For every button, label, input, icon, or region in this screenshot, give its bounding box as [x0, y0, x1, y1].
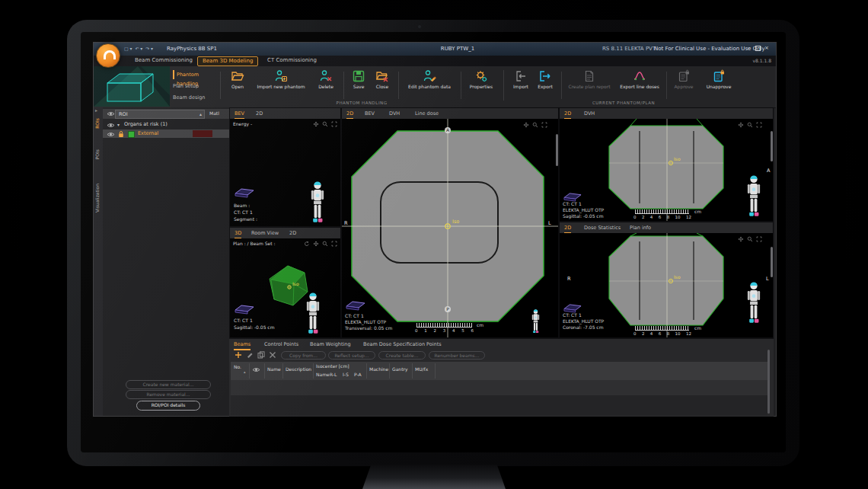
delete-phantom-button[interactable]: Delete	[313, 69, 339, 89]
slice-slider[interactable]	[771, 131, 773, 161]
open-button[interactable]: Open	[225, 69, 251, 89]
zoom-icon[interactable]	[322, 241, 328, 247]
tab-beam-commissioning[interactable]: Beam Commissioning	[130, 56, 197, 65]
chevron-down-icon[interactable]: ▾	[117, 120, 120, 129]
import-button[interactable]: Import	[509, 69, 532, 89]
reset-view-icon[interactable]	[304, 241, 310, 247]
create-new-material-button[interactable]: Create new material...	[126, 380, 211, 389]
fullscreen-icon[interactable]	[331, 241, 337, 247]
roi-group-row[interactable]: ▾ Organs at risk (1)	[103, 120, 229, 129]
close-button[interactable]: ×	[762, 45, 771, 51]
slice-slider[interactable]	[771, 247, 773, 277]
close-button-ribbon[interactable]: Close	[371, 69, 394, 89]
mode-beam-design[interactable]: Beam design	[173, 93, 215, 102]
tab-beams[interactable]: Beams	[234, 340, 251, 350]
tab-beam-3d-modeling[interactable]: Beam 3D Modeling	[197, 56, 258, 66]
col-iso-name[interactable]: Name	[316, 372, 330, 377]
viewport-bev[interactable]: BEV 2D Energy - Beam : CT: CT 1 Segment …	[229, 107, 341, 227]
eye-icon[interactable]	[107, 110, 115, 117]
col-isocenter[interactable]: Isocenter [cm]	[316, 363, 349, 369]
col-name[interactable]: Name	[267, 366, 281, 372]
pan-icon[interactable]	[523, 122, 529, 128]
col-iso-rl[interactable]: R-L	[330, 372, 337, 377]
sidebar-tab-visualization[interactable]: Visualization	[94, 184, 100, 213]
col-mufx[interactable]: MU/fx	[415, 366, 428, 372]
beams-scrollbar[interactable]	[767, 350, 770, 414]
slice-slider[interactable]	[556, 134, 558, 166]
tab-control-points[interactable]: Control Points	[264, 340, 298, 349]
tab-bev[interactable]: BEV	[235, 109, 244, 120]
transversal-content[interactable]: Iso A P R L CT: CT 1 ELEKTA_HLUT OTP Tra…	[342, 119, 558, 337]
pan-icon[interactable]	[313, 121, 319, 127]
remove-material-button[interactable]: Remove material...	[126, 390, 211, 399]
tab-bev[interactable]: BEV	[365, 109, 375, 118]
fullscreen-icon[interactable]	[331, 121, 337, 127]
fullscreen-icon[interactable]	[541, 122, 547, 128]
roi-poi-details-button[interactable]: ROI/POI details	[136, 401, 200, 411]
viewport-3d[interactable]: 3D Room View 2D Plan : / Beam Set :	[229, 227, 341, 338]
mode-plan-setup[interactable]: Plan setup	[173, 82, 215, 91]
add-beam-icon[interactable]	[235, 351, 242, 359]
edit-phantom-data-button[interactable]: Edit phantom data	[403, 69, 456, 89]
create-plan-report-button[interactable]: Create plan report	[566, 69, 613, 89]
col-iso-pa[interactable]: P-A	[354, 372, 362, 377]
import-new-phantom-button[interactable]: Import new phantom	[254, 69, 308, 89]
tab-line-dose[interactable]: Line dose	[415, 109, 439, 118]
tab-2d[interactable]: 2D	[346, 109, 353, 120]
renumber-beams-button[interactable]: Renumber beams...	[429, 351, 485, 360]
zoom-icon[interactable]	[747, 122, 753, 128]
zoom-icon[interactable]	[747, 236, 753, 242]
tab-2d[interactable]: 2D	[564, 109, 571, 120]
eye-icon[interactable]	[107, 131, 115, 138]
tab-beam-dose-spec-points[interactable]: Beam Dose Specification Points	[363, 340, 442, 349]
col-machine[interactable]: Machine	[369, 366, 388, 372]
sort-icon[interactable]: ▴	[244, 369, 246, 374]
tab-3d[interactable]: 3D	[235, 229, 241, 239]
bev-content[interactable]: Energy - Beam : CT: CT 1 Segment :	[230, 119, 340, 226]
tab-2d[interactable]: 2D	[564, 223, 571, 234]
roi-filter-dropdown[interactable]: ROI▴	[115, 110, 205, 119]
fullscreen-icon[interactable]	[756, 122, 762, 128]
export-line-doses-button[interactable]: Export line doses	[616, 69, 663, 89]
tab-ct-commissioning[interactable]: CT Commissioning	[263, 56, 321, 65]
roi-row-external[interactable]: External	[103, 129, 229, 138]
zoom-icon[interactable]	[322, 121, 328, 127]
export-button[interactable]: Export	[534, 69, 557, 89]
eye-icon[interactable]	[107, 122, 115, 129]
tab-dose-statistics[interactable]: Dose Statistics	[584, 223, 621, 232]
viewport-coronal[interactable]: 2D Dose Statistics Plan info	[559, 222, 774, 338]
eye-icon[interactable]	[252, 366, 260, 373]
copy-from-button[interactable]: Copy from...	[281, 351, 326, 360]
approve-button[interactable]: Approve	[669, 69, 698, 89]
sidebar-tab-rois[interactable]: ROIs	[94, 118, 100, 129]
copy-beam-icon[interactable]	[257, 351, 265, 359]
viewport-sagittal[interactable]: 2D DVH Iso	[559, 107, 774, 222]
col-gantry[interactable]: Gantry	[392, 366, 408, 372]
pan-icon[interactable]	[738, 236, 744, 242]
delete-beam-icon[interactable]	[269, 351, 276, 359]
viewport-transversal[interactable]: 2D BEV DVH Line dose Iso	[341, 107, 559, 338]
collapse-arrow-icon[interactable]: ▸	[95, 107, 97, 113]
tab-bev-2d[interactable]: 2D	[256, 109, 263, 118]
quick-access-toolbar[interactable]: ▢ ▾ ↶ ▾ ↷ ▾	[124, 46, 153, 51]
sidebar-tab-pois[interactable]: POIs	[94, 149, 100, 159]
tab-beam-weighting[interactable]: Beam Weighting	[310, 340, 351, 349]
tab-plan-info[interactable]: Plan info	[630, 223, 651, 232]
tab-3d-2d[interactable]: 2D	[289, 229, 296, 238]
save-button[interactable]: Save	[348, 69, 369, 89]
zoom-icon[interactable]	[532, 122, 538, 128]
mode-phantom-handling[interactable]: Phantom handling	[173, 70, 219, 79]
col-description[interactable]: Description	[286, 366, 311, 372]
col-no[interactable]: No.	[234, 364, 241, 369]
pan-icon[interactable]	[313, 241, 319, 247]
minimize-button[interactable]: –	[744, 45, 753, 51]
fullscreen-icon[interactable]	[756, 236, 762, 242]
restore-button[interactable]	[753, 45, 762, 51]
unapprove-button[interactable]: Unapprove	[701, 69, 736, 89]
tab-room-view[interactable]: Room View	[251, 229, 279, 238]
tab-dvh[interactable]: DVH	[584, 109, 595, 118]
tab-dvh[interactable]: DVH	[389, 109, 400, 118]
coronal-content[interactable]: Iso R L CT: CT 1 ELEKTA_HLUT OTP Coronal…	[560, 233, 773, 337]
col-iso-is[interactable]: I-S	[343, 372, 349, 377]
edit-beam-icon[interactable]	[246, 351, 254, 359]
